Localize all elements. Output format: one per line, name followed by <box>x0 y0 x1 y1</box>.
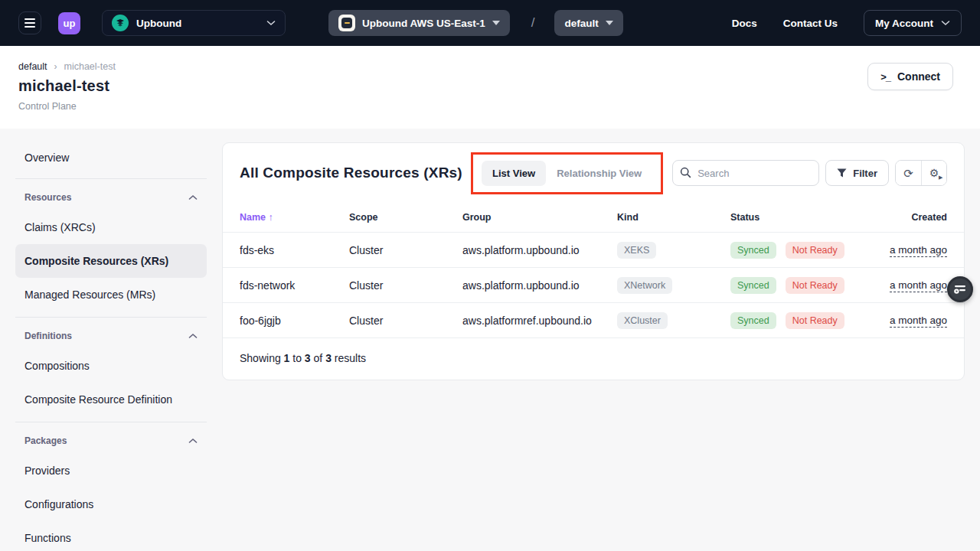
funnel-icon <box>837 168 847 178</box>
cell-scope: Cluster <box>349 315 462 327</box>
control-plane-icon <box>338 15 355 31</box>
organization-avatar-icon <box>112 15 129 31</box>
sidebar-item-composite-resources[interactable]: Composite Resources (XRs) <box>15 244 207 278</box>
sidebar-section-packages[interactable]: Packages <box>15 428 207 454</box>
results-summary: Showing 1 to 3 of 3 results <box>223 337 964 380</box>
page-title: michael-test <box>18 77 962 95</box>
table-header-row: Name ↑ Scope Group Kind Status Created <box>223 203 964 232</box>
chevron-down-icon <box>941 20 950 26</box>
panel-header: All Composite Resources (XRs) List View … <box>223 143 964 203</box>
status-badge-synced: Synced <box>730 242 776 259</box>
group-name: default <box>564 18 598 29</box>
column-header-group[interactable]: Group <box>462 212 617 223</box>
sidebar-item-overview[interactable]: Overview <box>15 142 207 173</box>
kind-badge: XCluster <box>617 312 668 329</box>
cell-name[interactable]: foo-6jgjb <box>240 315 349 327</box>
filter-button[interactable]: Filter <box>825 160 889 186</box>
auto-refresh-settings-button[interactable]: ⚙▶ <box>921 161 946 185</box>
cell-group: aws.platformref.upbound.io <box>462 315 617 327</box>
status-badge-not-ready: Not Ready <box>786 242 844 259</box>
cell-group: aws.platform.upbound.io <box>462 244 617 256</box>
cell-scope: Cluster <box>349 244 462 256</box>
column-header-status[interactable]: Status <box>730 212 888 223</box>
organization-name: Upbound <box>136 18 259 29</box>
table-action-group: ⟳ ⚙▶ <box>895 160 947 186</box>
connect-button-label: Connect <box>897 70 940 83</box>
chevron-down-icon <box>492 21 500 25</box>
upbound-logo[interactable]: up <box>58 12 80 34</box>
table-row[interactable]: foo-6jgjb Cluster aws.platformref.upboun… <box>223 302 964 337</box>
view-toggle: List View Relationship View <box>482 161 652 186</box>
docs-link[interactable]: Docs <box>732 18 757 29</box>
search-input[interactable] <box>672 160 819 186</box>
sidebar-item-functions[interactable]: Functions <box>15 521 207 551</box>
search-icon <box>680 167 691 178</box>
chevron-up-icon <box>188 194 198 201</box>
cell-name[interactable]: fds-eks <box>240 244 349 256</box>
sidebar-nav: Overview Resources Claims (XRCs) Composi… <box>15 142 207 551</box>
sidebar-item-claims[interactable]: Claims (XRCs) <box>15 210 207 244</box>
sidebar-item-providers[interactable]: Providers <box>15 454 207 487</box>
navbar-right-group: Docs Contact Us My Account <box>732 10 962 36</box>
results-total: 3 <box>325 352 332 364</box>
navbar-left-group: up Upbound Upbound AWS US-East-1 / defau… <box>18 10 623 36</box>
group-selector[interactable]: default <box>554 10 622 36</box>
column-header-created[interactable]: Created <box>888 212 947 223</box>
chevron-down-icon <box>606 21 613 25</box>
breadcrumb-root-link[interactable]: default <box>18 61 47 72</box>
created-timestamp[interactable]: a month ago <box>890 315 947 328</box>
panel-title: All Composite Resources (XRs) <box>240 165 462 181</box>
list-view-tab[interactable]: List View <box>482 161 546 186</box>
sidebar-item-managed-resources[interactable]: Managed Resources (MRs) <box>15 278 207 311</box>
terminal-icon: >_ <box>880 71 890 83</box>
table-row[interactable]: fds-eks Cluster aws.platform.upbound.io … <box>223 232 964 267</box>
notifications-widget-button[interactable] <box>947 276 973 302</box>
breadcrumb-current: michael-test <box>64 61 116 72</box>
annotation-highlight-rectangle: List View Relationship View <box>471 152 663 194</box>
table-row[interactable]: fds-network Cluster aws.platform.upbound… <box>223 267 964 302</box>
refresh-icon: ⟳ <box>903 168 913 179</box>
my-account-button[interactable]: My Account <box>864 10 962 36</box>
control-plane-selector[interactable]: Upbound AWS US-East-1 <box>328 10 510 36</box>
created-timestamp[interactable]: a month ago <box>890 244 947 257</box>
cell-name[interactable]: fds-network <box>240 279 349 292</box>
status-badge-not-ready: Not Ready <box>786 312 844 329</box>
sidebar-item-compositions[interactable]: Compositions <box>15 349 207 383</box>
column-header-name[interactable]: Name ↑ <box>240 212 349 223</box>
chevron-up-icon <box>188 438 198 444</box>
relationship-view-tab[interactable]: Relationship View <box>546 161 652 186</box>
kind-badge: XNetwork <box>617 277 672 294</box>
sidebar-section-resources[interactable]: Resources <box>15 184 207 210</box>
page-header: default › michael-test michael-test Cont… <box>0 46 980 129</box>
section-label: Resources <box>24 192 71 203</box>
contact-us-link[interactable]: Contact Us <box>783 18 838 29</box>
created-timestamp[interactable]: a month ago <box>890 279 947 292</box>
results-to: 3 <box>305 352 311 364</box>
chevron-up-icon <box>188 333 198 339</box>
page-subtitle: Control Plane <box>18 101 962 112</box>
sidebar-divider <box>15 317 207 318</box>
changelog-icon <box>954 284 966 295</box>
filter-button-label: Filter <box>853 168 877 179</box>
organization-selector[interactable]: Upbound <box>102 10 286 36</box>
status-badge-synced: Synced <box>730 277 776 294</box>
sidebar-section-definitions[interactable]: Definitions <box>15 323 207 349</box>
sidebar-item-composite-resource-definition[interactable]: Composite Resource Definition <box>15 383 207 416</box>
status-badge-not-ready: Not Ready <box>786 277 844 294</box>
breadcrumb-chevron-icon: › <box>54 61 57 72</box>
top-navbar: up Upbound Upbound AWS US-East-1 / defau… <box>0 0 980 46</box>
status-badge-synced: Synced <box>730 312 776 329</box>
refresh-button[interactable]: ⟳ <box>896 161 921 185</box>
chevron-down-icon <box>266 20 276 26</box>
my-account-label: My Account <box>875 18 933 29</box>
kind-badge: XEKS <box>617 242 656 259</box>
column-header-kind[interactable]: Kind <box>617 212 730 223</box>
sidebar-item-configurations[interactable]: Configurations <box>15 487 207 521</box>
connect-button[interactable]: >_ Connect <box>867 63 953 90</box>
section-label: Packages <box>24 435 67 446</box>
column-header-scope[interactable]: Scope <box>349 212 462 223</box>
sidebar-divider <box>15 178 207 179</box>
hamburger-menu-button[interactable] <box>18 11 41 34</box>
path-separator: / <box>531 15 535 31</box>
breadcrumb: default › michael-test <box>18 61 962 72</box>
